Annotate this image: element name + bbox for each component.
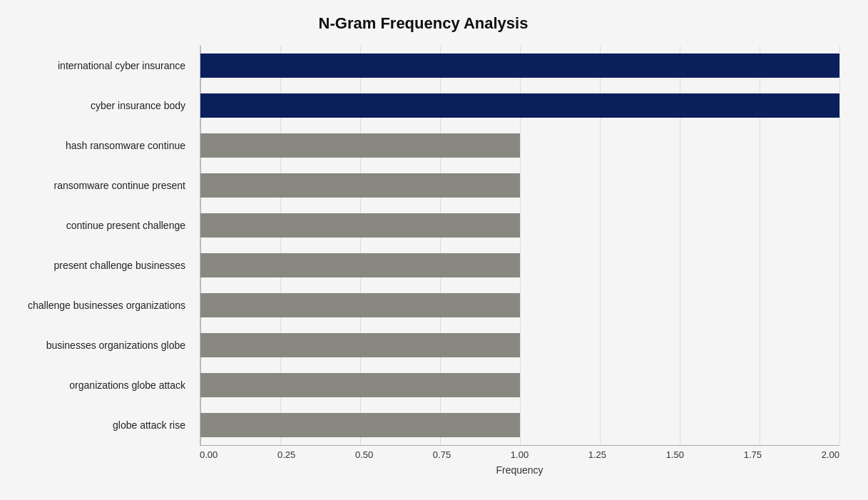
chart-container: N-Gram Frequency Analysis international … <box>0 0 868 500</box>
x-tick-label: 1.00 <box>511 449 529 460</box>
bar-row <box>200 50 839 81</box>
grid-line <box>839 46 840 445</box>
x-tick-label: 0.75 <box>433 449 451 460</box>
bars-area <box>200 46 839 445</box>
y-label: ransomware continue present <box>7 167 193 204</box>
x-axis: 0.000.250.500.751.001.251.501.752.00 Fre… <box>200 445 839 476</box>
x-tick-label: 2.00 <box>822 449 839 460</box>
bar-gray <box>200 213 520 238</box>
y-label: hash ransomware continue <box>7 127 193 164</box>
y-label: organizations globe attack <box>7 367 193 404</box>
y-label: challenge businesses organizations <box>7 287 193 324</box>
bar-row <box>200 170 839 201</box>
bar-row <box>200 90 839 121</box>
bar-gray <box>200 253 520 277</box>
bar-row <box>200 210 839 241</box>
bar-gray <box>200 293 520 317</box>
y-label: present challenge businesses <box>7 247 193 284</box>
bar-row <box>200 130 839 161</box>
bar-gray <box>200 173 520 198</box>
y-label: cyber insurance body <box>7 87 193 124</box>
y-label: continue present challenge <box>7 207 193 244</box>
bar-row <box>200 409 839 441</box>
x-tick-label: 1.75 <box>744 449 762 460</box>
x-tick-label: 0.00 <box>200 449 218 460</box>
bar-gray <box>200 413 520 437</box>
bar-gray <box>200 333 520 357</box>
x-tick-label: 1.25 <box>588 449 606 460</box>
bar-gray <box>200 373 520 397</box>
chart-title: N-Gram Frequency Analysis <box>7 14 839 33</box>
x-tick-label: 0.25 <box>277 449 295 460</box>
bar-row <box>200 290 839 321</box>
bar-row <box>200 250 839 281</box>
x-tick-label: 1.50 <box>666 449 684 460</box>
bar-gray <box>200 133 520 158</box>
x-tick-label: 0.50 <box>355 449 373 460</box>
y-label: international cyber insurance <box>7 47 193 84</box>
y-label: businesses organizations globe <box>7 327 193 364</box>
bar-dark <box>200 93 839 118</box>
y-label: globe attack rise <box>7 407 193 444</box>
x-axis-label: Frequency <box>200 464 839 476</box>
y-axis-labels: international cyber insurancecyber insur… <box>7 46 200 445</box>
bar-row <box>200 330 839 361</box>
bar-row <box>200 369 839 401</box>
bar-dark <box>200 53 839 78</box>
